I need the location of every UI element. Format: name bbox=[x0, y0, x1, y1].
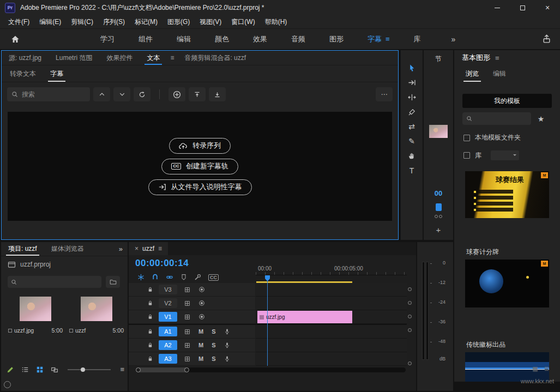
track-lane-v2[interactable] bbox=[256, 297, 407, 310]
track-lock-icon[interactable] bbox=[147, 286, 153, 293]
tab-effect-controls[interactable]: 效果控件 bbox=[99, 51, 140, 65]
sync-status-icon[interactable] bbox=[4, 381, 11, 388]
workspace-overflow-chevron[interactable]: » bbox=[451, 35, 456, 44]
track-resize-handle[interactable] bbox=[408, 301, 412, 305]
track-target-button[interactable]: V3 bbox=[159, 285, 177, 294]
menu-item-clip[interactable]: 剪辑(C) bbox=[66, 17, 98, 27]
next-caption-button[interactable] bbox=[113, 87, 130, 101]
menu-item-graphics[interactable]: 图形(G) bbox=[162, 17, 195, 27]
previous-caption-button[interactable] bbox=[93, 87, 110, 101]
clip-thumbnail[interactable] bbox=[20, 297, 51, 321]
track-resize-handle[interactable] bbox=[408, 361, 412, 365]
scrollbar-thumb[interactable] bbox=[136, 367, 189, 372]
panel-menu-icon[interactable]: ≡ bbox=[167, 51, 177, 65]
libraries-checkbox[interactable] bbox=[463, 152, 470, 159]
import-captions-button[interactable]: 从文件导入说明性字幕 bbox=[148, 179, 252, 195]
workspace-tab-effects[interactable]: 效果 bbox=[241, 29, 279, 49]
track-target-button[interactable]: A3 bbox=[159, 354, 177, 364]
tab-source-monitor[interactable]: 源: uzzf.jpg bbox=[2, 51, 49, 65]
sync-lock-icon[interactable] bbox=[184, 356, 190, 362]
type-tool-button[interactable]: T bbox=[407, 166, 416, 175]
track-lock-icon[interactable] bbox=[147, 328, 153, 335]
solo-button[interactable]: S bbox=[212, 355, 215, 362]
sequence-thumbnail[interactable] bbox=[81, 297, 112, 321]
icon-view-button[interactable] bbox=[36, 366, 44, 373]
quick-export-button[interactable] bbox=[542, 34, 551, 44]
timeline-clip-uzzf-jpg[interactable]: uzzf.jpg bbox=[257, 311, 352, 323]
project-breadcrumb-label[interactable]: uzzf.prproj bbox=[20, 261, 51, 268]
workspace-tab-assembly[interactable]: 组件 bbox=[127, 29, 165, 49]
maximize-button[interactable] bbox=[510, 0, 535, 15]
track-output-toggle[interactable] bbox=[198, 300, 205, 306]
slip-tool-button[interactable]: ⇄ bbox=[407, 122, 416, 131]
minimize-button[interactable] bbox=[485, 0, 510, 15]
template-thumbnail-score-result[interactable]: 球赛结果 M bbox=[465, 171, 549, 218]
playhead-handle[interactable] bbox=[265, 275, 270, 281]
track-lane-a2[interactable] bbox=[256, 339, 407, 352]
sync-lock-icon[interactable] bbox=[184, 300, 190, 306]
track-select-tool-button[interactable] bbox=[407, 78, 416, 87]
templates-folder-select[interactable]: 我的模板 bbox=[462, 94, 552, 108]
sequence-t ab[interactable]: × uzzf ≡ bbox=[129, 242, 168, 255]
tab-browse[interactable]: 浏览 bbox=[459, 65, 486, 82]
home-button[interactable] bbox=[7, 33, 24, 46]
track-lane-v3[interactable] bbox=[256, 283, 407, 297]
panel-overflow-chevron[interactable]: » bbox=[114, 242, 128, 256]
menu-item-sequence[interactable]: 序列(S) bbox=[98, 17, 130, 27]
project-item-uzzf-jpg[interactable]: uzzf.jpg 5:00 bbox=[7, 294, 64, 334]
panel-menu-icon[interactable]: ≡ bbox=[158, 245, 162, 252]
workspace-tab-learning[interactable]: 学习 bbox=[88, 29, 127, 49]
timeline-ruler[interactable]: 00:00 00:00:05:00 bbox=[256, 264, 407, 275]
voiceover-mic-icon[interactable] bbox=[224, 328, 230, 335]
mute-button[interactable]: M bbox=[198, 328, 203, 335]
templates-search-box[interactable] bbox=[462, 112, 531, 125]
program-timecode[interactable]: 00 bbox=[435, 189, 442, 197]
workspace-tab-editing[interactable]: 编辑 bbox=[165, 29, 203, 49]
menu-item-edit[interactable]: 编辑(E) bbox=[34, 17, 66, 27]
library-dropdown[interactable] bbox=[491, 150, 519, 160]
project-item-uzzf-sequence[interactable]: uzzf 5:00 bbox=[68, 294, 125, 334]
menu-item-markers[interactable]: 标记(M) bbox=[130, 17, 162, 27]
more-options-button[interactable]: ⋯ bbox=[376, 87, 393, 101]
voiceover-mic-icon[interactable] bbox=[224, 355, 230, 362]
track-lock-icon[interactable] bbox=[147, 300, 153, 306]
freeform-view-button[interactable] bbox=[51, 366, 58, 373]
workspace-tab-audio[interactable]: 音频 bbox=[279, 29, 317, 49]
hand-tool-button[interactable] bbox=[407, 152, 416, 160]
transcribe-sequence-button[interactable]: 转录序列 bbox=[169, 138, 231, 154]
track-output-toggle[interactable] bbox=[198, 286, 205, 293]
track-lane-a3[interactable] bbox=[256, 352, 407, 366]
template-thumbnail-scoreboard[interactable]: M bbox=[465, 260, 549, 307]
voiceover-mic-icon[interactable] bbox=[224, 342, 230, 348]
panel-menu-icon[interactable]: ≡ bbox=[495, 54, 499, 62]
search-bin-button[interactable] bbox=[106, 276, 120, 288]
track-target-button[interactable]: V1 bbox=[159, 312, 177, 322]
workspace-tab-graphics[interactable]: 图形 bbox=[317, 29, 356, 49]
nest-sequence-icon[interactable] bbox=[137, 274, 144, 281]
track-resize-handle[interactable] bbox=[408, 328, 412, 332]
workspace-menu-icon[interactable]: ≡ bbox=[386, 35, 390, 43]
timeline-horizontal-scrollbar[interactable] bbox=[136, 367, 406, 372]
project-search-input[interactable] bbox=[20, 278, 98, 286]
track-lane-a1[interactable] bbox=[256, 325, 407, 339]
workspace-tab-libraries[interactable]: 库 bbox=[402, 29, 433, 49]
add-button[interactable]: + bbox=[436, 225, 441, 234]
tab-project[interactable]: 项目: uzzf bbox=[1, 242, 44, 256]
tab-text[interactable]: 文本 bbox=[140, 51, 167, 65]
track-target-button[interactable]: V2 bbox=[159, 298, 177, 308]
timeline-settings-wrench-icon[interactable] bbox=[194, 274, 201, 281]
track-lock-icon[interactable] bbox=[147, 355, 153, 362]
fit-zoom-icon[interactable] bbox=[435, 215, 442, 218]
snap-magnet-icon[interactable] bbox=[152, 274, 159, 281]
sync-lock-icon[interactable] bbox=[184, 329, 190, 335]
tab-media-browser[interactable]: 媒体浏览器 bbox=[44, 242, 91, 256]
captions-search-box[interactable] bbox=[7, 87, 90, 101]
ripple-edit-tool-button[interactable] bbox=[407, 93, 416, 101]
list-view-button[interactable] bbox=[21, 366, 29, 373]
mute-button[interactable]: M bbox=[198, 355, 203, 362]
selection-tool-button[interactable] bbox=[407, 63, 416, 72]
track-target-button[interactable]: A2 bbox=[159, 340, 177, 350]
merge-captions-up-button[interactable] bbox=[189, 87, 206, 101]
workspace-tab-color[interactable]: 颜色 bbox=[203, 29, 241, 49]
local-templates-checkbox[interactable] bbox=[463, 135, 470, 141]
